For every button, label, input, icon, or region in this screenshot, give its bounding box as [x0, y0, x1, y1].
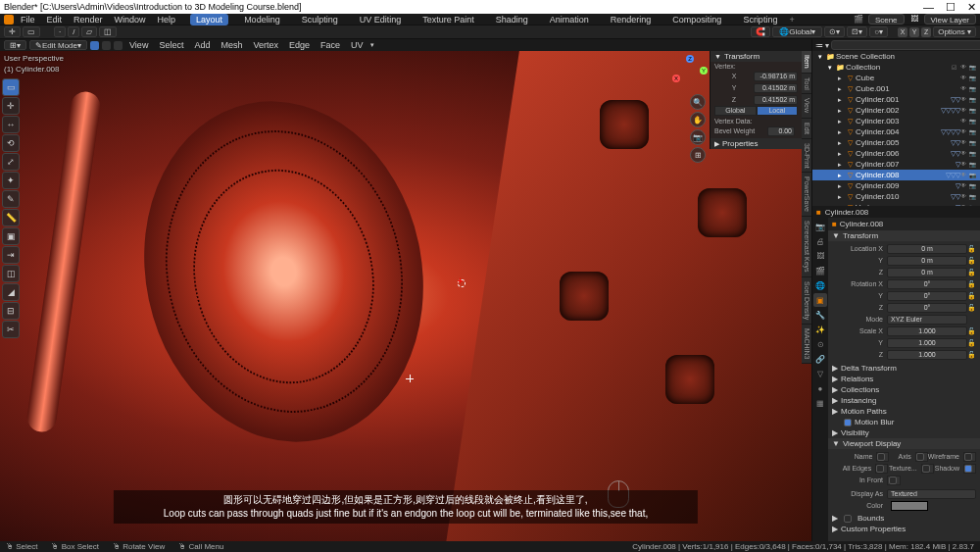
- viewport-display-section[interactable]: Viewport Display: [843, 439, 901, 448]
- lock-icon[interactable]: 🔓: [967, 269, 976, 276]
- location-y[interactable]: 0 m: [887, 256, 967, 266]
- outliner-item[interactable]: ▸▽Cylinder.010▽▽👁📷: [812, 191, 980, 202]
- outliner-item[interactable]: ▸▽Cylinder.004▽▽▽▽👁📷: [812, 126, 980, 137]
- editor-type[interactable]: ⊞▾: [4, 40, 26, 50]
- menu-face[interactable]: Face: [317, 40, 344, 50]
- name-checkbox[interactable]: [877, 453, 885, 461]
- orientation-dropdown[interactable]: 🌐 Global ▾: [772, 26, 822, 37]
- tab-machin3[interactable]: MACHIN3: [802, 325, 811, 365]
- rotation-y[interactable]: 0°: [887, 291, 967, 301]
- delta-transform-section[interactable]: Delta Transform: [841, 364, 897, 373]
- chevron-down-icon[interactable]: ▼: [832, 439, 840, 448]
- menu-mesh[interactable]: Mesh: [217, 40, 246, 50]
- tab-viewlayer[interactable]: 🖼: [813, 249, 827, 263]
- collections-section[interactable]: Collections: [841, 385, 879, 394]
- vertex-y-field[interactable]: 0.41502 m: [754, 83, 798, 93]
- axis-z[interactable]: Z: [686, 55, 694, 63]
- pivot-dropdown[interactable]: ⊙▾: [824, 26, 845, 37]
- menu-add[interactable]: Add: [190, 40, 214, 50]
- rotation-x[interactable]: 0°: [887, 279, 967, 289]
- global-button[interactable]: Global: [714, 106, 757, 116]
- tab-texture[interactable]: ▦: [813, 396, 827, 410]
- tab-particles[interactable]: ✨: [813, 323, 827, 336]
- outliner-scene-collection[interactable]: ▾📁Scene Collection: [812, 51, 980, 62]
- workspace-scripting[interactable]: Scripting: [737, 14, 783, 25]
- tool-select-box[interactable]: ▭: [2, 78, 20, 96]
- axis-x[interactable]: X: [672, 75, 680, 82]
- workspace-modeling[interactable]: Modeling: [238, 14, 286, 25]
- mode-dropdown[interactable]: ✎ Edit Mode ▾: [29, 40, 87, 50]
- outliner-collection[interactable]: ▾📁Collection☑👁📷: [812, 62, 980, 73]
- custom-props-section[interactable]: Custom Properties: [841, 525, 906, 533]
- outliner-item[interactable]: ▸▽Cylinder.005▽▽👁📷: [812, 137, 980, 148]
- snap-dropdown[interactable]: ⊡▾: [847, 26, 867, 37]
- instancing-section[interactable]: Instancing: [841, 396, 876, 405]
- outliner-search[interactable]: [831, 40, 980, 50]
- workspace-add[interactable]: +: [789, 15, 794, 25]
- menu-window[interactable]: Window: [110, 15, 151, 25]
- navigation-gizmo[interactable]: Z Y X: [672, 55, 708, 90]
- tool-measure[interactable]: 📏: [2, 209, 20, 226]
- motion-paths-section[interactable]: Motion Paths: [841, 407, 887, 416]
- tab-output[interactable]: 🖨: [813, 234, 827, 248]
- rotation-z[interactable]: 0°: [887, 303, 967, 313]
- sel-mode-1[interactable]: ·: [54, 26, 66, 37]
- display-as-dropdown[interactable]: Textured: [887, 489, 976, 499]
- tool-inset[interactable]: ◫: [2, 265, 20, 282]
- outliner-item[interactable]: ▸▽Cube.001👁📷: [812, 83, 980, 94]
- scale-y[interactable]: 1.000: [887, 338, 967, 348]
- outliner-item[interactable]: ▸▽Cylinder.002▽▽▽▽👁📷: [812, 105, 980, 116]
- sel-mode-2[interactable]: /: [68, 26, 79, 37]
- rotation-mode[interactable]: XYZ Euler: [887, 315, 967, 325]
- outliner-item[interactable]: ▸▽Cylinder.007▽👁📷: [812, 159, 980, 170]
- chevron-right-icon[interactable]: ▶: [714, 140, 719, 148]
- bounds-section[interactable]: Bounds: [858, 514, 884, 523]
- tool-transform[interactable]: ✦: [2, 172, 20, 189]
- visibility-section[interactable]: Visibility: [841, 428, 869, 437]
- mirror-x[interactable]: X: [898, 27, 907, 37]
- chevron-right-icon[interactable]: ▶: [832, 407, 838, 416]
- tab-tool[interactable]: Tool: [802, 74, 811, 95]
- lock-icon[interactable]: 🔓: [967, 327, 976, 335]
- lock-icon[interactable]: 🔓: [967, 245, 976, 253]
- window-minimize[interactable]: —: [923, 1, 934, 14]
- object-color-swatch[interactable]: [891, 501, 928, 511]
- menu-render[interactable]: Render: [69, 15, 108, 25]
- chevron-right-icon[interactable]: ▶: [832, 385, 838, 394]
- chevron-right-icon[interactable]: ▶: [832, 428, 838, 437]
- infront-checkbox[interactable]: [889, 477, 897, 484]
- tab-material[interactable]: ●: [813, 381, 827, 395]
- workspace-texturepaint[interactable]: Texture Paint: [416, 14, 480, 25]
- alledges-checkbox[interactable]: [876, 465, 884, 473]
- tool-cursor[interactable]: ✛: [2, 97, 20, 115]
- menu-select[interactable]: Select: [155, 40, 187, 50]
- tool-add-cube[interactable]: ▣: [2, 227, 20, 245]
- tool-rotate[interactable]: ⟲: [2, 134, 20, 152]
- outliner-type-icon[interactable]: ≔: [815, 40, 823, 50]
- sel-mode-3[interactable]: ▱: [81, 26, 97, 37]
- menu-edit[interactable]: Edit: [42, 15, 68, 25]
- select-tool[interactable]: ▭: [23, 26, 40, 37]
- chevron-right-icon[interactable]: ▶: [832, 514, 838, 523]
- prop-edit[interactable]: ○▾: [869, 26, 888, 37]
- outliner-item[interactable]: ▸▽Cube👁📷: [812, 73, 980, 83]
- lock-icon[interactable]: 🔓: [967, 351, 976, 359]
- chevron-right-icon[interactable]: ▶: [832, 525, 838, 533]
- outliner[interactable]: ▾📁Scene Collection▾📁Collection☑👁📷▸▽Cube👁…: [812, 51, 980, 206]
- perspective-icon[interactable]: ⊞: [690, 147, 706, 163]
- outliner-item[interactable]: ▸▽Cylinder.008▽▽▽👁📷: [812, 170, 980, 180]
- cursor-tool[interactable]: ✛: [4, 26, 21, 37]
- chevron-right-icon[interactable]: ▶: [832, 396, 838, 405]
- menu-file[interactable]: File: [16, 15, 40, 25]
- edge-select[interactable]: [102, 41, 111, 50]
- tab-screencast[interactable]: Screencast Keys: [802, 217, 811, 277]
- tab-render[interactable]: 📷: [813, 220, 827, 233]
- workspace-animation[interactable]: Animation: [544, 14, 595, 25]
- scene-field[interactable]: Scene: [868, 14, 905, 25]
- outliner-item[interactable]: ▸▽Cylinder.001▽▽👁📷: [812, 94, 980, 105]
- chevron-right-icon[interactable]: ▶: [832, 364, 838, 373]
- wireframe-checkbox[interactable]: [964, 453, 972, 461]
- tool-bevel[interactable]: ◢: [2, 283, 20, 301]
- motion-blur-checkbox[interactable]: [844, 419, 852, 427]
- bounds-checkbox[interactable]: [844, 515, 852, 523]
